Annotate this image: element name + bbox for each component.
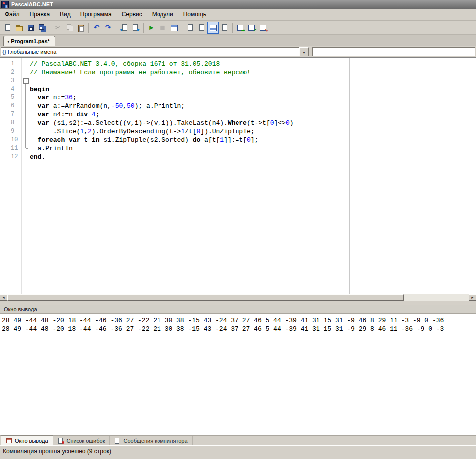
toolbar (0, 21, 476, 35)
toolbar-separator (88, 23, 89, 33)
run-no-console-icon (237, 24, 244, 32)
menu-item-6[interactable]: Модули (147, 9, 178, 20)
code-line-3[interactable] (30, 77, 476, 85)
compile-button[interactable] (168, 22, 180, 34)
code-line-8[interactable]: var (s1,s2):=a.Select((v,i)->(v,i)).Take… (30, 119, 476, 127)
toolbar-separator (50, 23, 50, 33)
new-file-button[interactable] (2, 22, 13, 34)
prev-position-icon (120, 24, 128, 32)
run-icon (148, 24, 156, 32)
code-line-11[interactable]: a.Println (30, 144, 476, 153)
cut-icon (54, 24, 62, 32)
menu-item-7[interactable]: Помощь (178, 9, 211, 20)
pascalabc-window: PascalABC.NET ФайлПравкаВидПрограммаСерв… (0, 0, 476, 459)
compile-icon (170, 24, 178, 32)
paste-icon (77, 24, 85, 32)
step-window-button[interactable] (246, 22, 257, 34)
scope-dropdown-button[interactable] (299, 47, 309, 56)
scrollbar-track[interactable] (7, 294, 469, 301)
open-file-icon (15, 24, 23, 32)
line-number-2: 2 (0, 68, 21, 77)
paste-button[interactable] (75, 22, 86, 34)
scroll-left-button[interactable] (0, 294, 7, 301)
menu-item-5[interactable]: Сервис (117, 9, 147, 20)
navigator-bar: {} Глобальные имена (0, 46, 476, 57)
toolbar-separator (182, 23, 182, 33)
bottom-tab-label: Сообщения компилятора (123, 438, 187, 444)
bottom-tab-messages[interactable]: Сообщения компилятора (110, 436, 192, 445)
scope-combobox[interactable]: {} Глобальные имена (1, 47, 309, 56)
line-number-3: 3 (0, 77, 21, 85)
format-code-button[interactable] (196, 22, 207, 34)
code-editor[interactable]: 123456789101112 // PascalABC.NET 3.4.0, … (0, 57, 476, 294)
open-file-button[interactable] (13, 22, 25, 34)
menu-item-1[interactable]: Файл (0, 9, 25, 20)
prev-position-button[interactable] (118, 22, 130, 34)
output-window-toggle-button[interactable] (207, 22, 219, 34)
code-line-9[interactable]: .Slice(1,2).OrderByDescending(t->1/t[0])… (30, 127, 476, 136)
code-line-6[interactable]: var a:=ArrRandom(n,-50,50); a.Println; (30, 102, 476, 110)
output-line-2: 28 49 -44 48 -20 18 -44 -46 -36 27 -22 2… (2, 325, 476, 333)
close-windows-button[interactable] (257, 22, 269, 34)
line-number-4: 4 (0, 85, 21, 93)
compiler-messages-window-button[interactable] (219, 22, 230, 34)
output-panel-title: Окно вывода (4, 306, 37, 312)
bottom-tab-label: Окно вывода (15, 438, 48, 444)
redo-button[interactable] (102, 22, 114, 34)
code-line-10[interactable]: foreach var t in s1.ZipTuple(s2.Sorted) … (30, 136, 476, 144)
bottom-tab-label: Список ошибок (67, 438, 105, 444)
scroll-right-button[interactable] (469, 294, 476, 301)
code-line-4[interactable]: begin (30, 85, 476, 93)
messages-tab-icon (114, 437, 121, 444)
output-panel-header: Окно вывода (0, 305, 476, 314)
redo-icon (104, 24, 112, 32)
save-all-button[interactable] (36, 22, 48, 34)
toolbar-separator (116, 23, 116, 33)
menu-item-2[interactable]: Правка (25, 9, 55, 20)
line-number-11: 11 (0, 144, 21, 153)
code-line-1[interactable]: // PascalABC.NET 3.4.0, сборка 1671 от 3… (30, 60, 476, 68)
run-no-console-button[interactable] (235, 22, 246, 34)
panel-splitter[interactable] (0, 301, 476, 305)
bottom-tab-errors[interactable]: Список ошибок (53, 436, 110, 445)
code-line-5[interactable]: var n:=36; (30, 93, 476, 102)
code-line-12[interactable]: end. (30, 153, 476, 161)
undo-icon (93, 24, 101, 32)
copy-icon (66, 24, 74, 32)
horizontal-scrollbar[interactable] (0, 294, 476, 301)
show-source-button[interactable] (184, 22, 196, 34)
copy-button (64, 22, 75, 34)
title-bar[interactable]: PascalABC.NET (0, 0, 476, 9)
save-icon (27, 24, 35, 32)
code-line-2[interactable]: // Внимание! Если программа не работает,… (30, 68, 476, 77)
member-combobox[interactable] (312, 47, 475, 56)
new-file-icon (4, 24, 12, 32)
app-icon (1, 1, 9, 8)
code-line-7[interactable]: var n4:=n div 4; (30, 110, 476, 119)
menu-item-3[interactable]: Вид (55, 9, 76, 20)
scrollbar-thumb[interactable] (7, 294, 404, 301)
step-window-icon (248, 24, 256, 32)
bottom-tab-output[interactable]: Окно вывода (1, 435, 53, 446)
line-number-9: 9 (0, 127, 21, 136)
output-panel[interactable]: 28 49 -44 48 -20 18 -44 -46 -36 27 -22 2… (0, 314, 476, 435)
line-number-5: 5 (0, 93, 21, 102)
line-number-7: 7 (0, 110, 21, 119)
undo-button[interactable] (91, 22, 102, 34)
save-button[interactable] (25, 22, 36, 34)
right-margin-guide (349, 58, 350, 294)
compiler-messages-window-icon (221, 24, 229, 32)
code-area[interactable]: // PascalABC.NET 3.4.0, сборка 1671 от 3… (30, 60, 476, 161)
line-number-1: 1 (0, 60, 21, 68)
fold-collapse-icon[interactable] (23, 78, 29, 84)
run-button[interactable] (146, 22, 157, 34)
fold-guide-end (26, 148, 28, 149)
next-position-button[interactable] (130, 22, 141, 34)
braces-icon: {} (2, 49, 6, 55)
tab-program1[interactable]: ● Program1.pas* (3, 36, 55, 46)
menu-item-4[interactable]: Программа (76, 9, 117, 20)
output-window-toggle-icon (209, 24, 217, 32)
format-code-icon (198, 24, 206, 32)
errors-tab-icon (58, 437, 64, 444)
fold-guide-line (25, 84, 26, 148)
